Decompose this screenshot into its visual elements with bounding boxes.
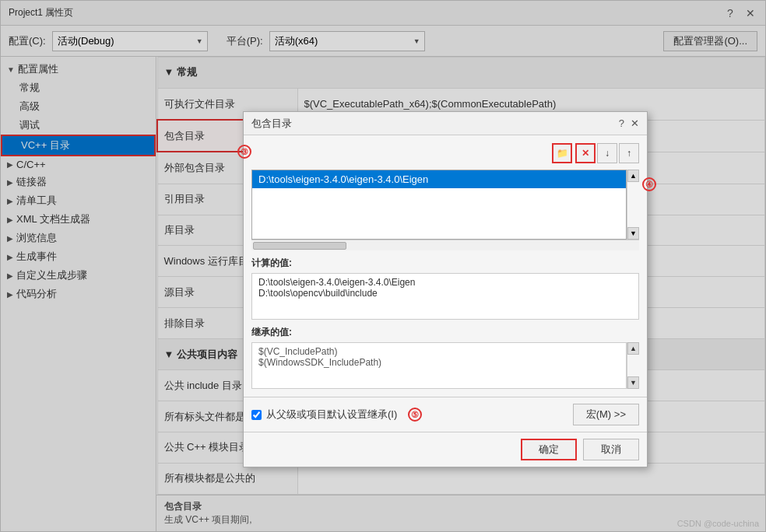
modal-body: ③ 📁 ✕ ↓ ↑ ④ xyxy=(244,135,647,397)
inherited-section: 继承的值: $(VC_IncludePath) $(WindowsSDK_Inc… xyxy=(251,326,639,389)
down-arrow-icon: ↓ xyxy=(605,148,610,159)
step5-badge: ⑤ xyxy=(408,408,422,422)
modal-help-button[interactable]: ? xyxy=(619,117,624,129)
modal-footer-left: 从父级或项目默认设置继承(I) ⑤ xyxy=(251,408,422,422)
delete-icon: ✕ xyxy=(582,148,589,159)
modal-dialog: 包含目录 ? ✕ ③ 📁 ✕ ↓ xyxy=(243,111,648,467)
cancel-button[interactable]: 取消 xyxy=(583,439,639,460)
main-window: Project1 属性页 ? ✕ 配置(C): 活动(Debug) 平台(P):… xyxy=(0,0,766,532)
list-scrollbar-container: D:\tools\eigen-3.4.0\eigen-3.4.0\Eigen ▲… xyxy=(251,170,639,240)
inherited-value-2: $(WindowsSDK_IncludePath) xyxy=(258,357,620,368)
h-scroll-thumb xyxy=(253,242,346,250)
macro-button[interactable]: 宏(M) >> xyxy=(573,404,639,425)
modal-title-bar: 包含目录 ? ✕ xyxy=(244,112,647,135)
computed-section: 计算的值: D:\tools\eigen-3.4.0\eigen-3.4.0\E… xyxy=(251,257,639,320)
step3-badge: ③ xyxy=(237,145,251,159)
footer-right-group: 宏(M) >> xyxy=(573,404,639,425)
modal-close-button[interactable]: ✕ xyxy=(631,117,639,129)
horizontal-scrollbar[interactable] xyxy=(251,240,639,250)
inherited-scroll-up-btn[interactable]: ▲ xyxy=(627,342,639,355)
scroll-track xyxy=(627,182,639,227)
list-item-empty[interactable] xyxy=(252,188,626,194)
inherited-scrollbar[interactable]: ▲ ▼ xyxy=(627,342,639,389)
modal-action-bar: 确定 取消 xyxy=(244,432,647,467)
list-item-eigen[interactable]: D:\tools\eigen-3.4.0\eigen-3.4.0\Eigen xyxy=(252,170,626,188)
computed-value-2: D:\tools\opencv\build\include xyxy=(258,288,632,299)
inherit-label: 从父级或项目默认设置继承(I) xyxy=(266,408,397,422)
scroll-down-btn[interactable]: ▼ xyxy=(627,227,639,240)
scroll-up-btn[interactable]: ▲ xyxy=(627,170,639,182)
modal-toolbar: ③ 📁 ✕ ↓ ↑ xyxy=(251,143,639,163)
inherited-value-1: $(VC_IncludePath) xyxy=(258,346,620,357)
include-list[interactable]: D:\tools\eigen-3.4.0\eigen-3.4.0\Eigen xyxy=(251,170,627,240)
inherit-checkbox[interactable] xyxy=(251,410,262,420)
inherited-label: 继承的值: xyxy=(251,326,639,339)
vertical-scrollbar[interactable]: ▲ ▼ xyxy=(627,170,639,240)
delete-button[interactable]: ✕ xyxy=(575,143,596,163)
computed-values: D:\tools\eigen-3.4.0\eigen-3.4.0\Eigen D… xyxy=(251,273,639,320)
modal-footer: 从父级或项目默认设置继承(I) ⑤ 宏(M) >> xyxy=(244,397,647,432)
open-folder-button[interactable]: 📁 xyxy=(552,143,572,163)
move-down-button[interactable]: ↓ xyxy=(597,143,617,163)
modal-overlay: 包含目录 ? ✕ ③ 📁 ✕ ↓ xyxy=(1,1,765,531)
computed-value-1: D:\tools\eigen-3.4.0\eigen-3.4.0\Eigen xyxy=(258,277,632,288)
watermark: CSDN @code-uchina xyxy=(677,519,759,528)
modal-title-btns: ? ✕ xyxy=(619,117,639,129)
ok-button[interactable]: 确定 xyxy=(521,439,577,460)
inherited-scroll-track xyxy=(627,355,639,376)
move-up-button[interactable]: ↑ xyxy=(619,143,639,163)
inherited-scrollbar-container: $(VC_IncludePath) $(WindowsSDK_IncludePa… xyxy=(251,342,639,389)
inherited-scroll-down-btn[interactable]: ▼ xyxy=(627,376,639,389)
modal-title: 包含目录 xyxy=(251,117,292,131)
list-container: ④ D:\tools\eigen-3.4.0\eigen-3.4.0\Eigen… xyxy=(251,170,639,250)
up-arrow-icon: ↑ xyxy=(627,148,631,159)
inherited-values: $(VC_IncludePath) $(WindowsSDK_IncludePa… xyxy=(251,342,627,389)
computed-label: 计算的值: xyxy=(251,257,639,270)
step4-badge: ④ xyxy=(642,177,656,191)
folder-icon: 📁 xyxy=(557,148,568,159)
